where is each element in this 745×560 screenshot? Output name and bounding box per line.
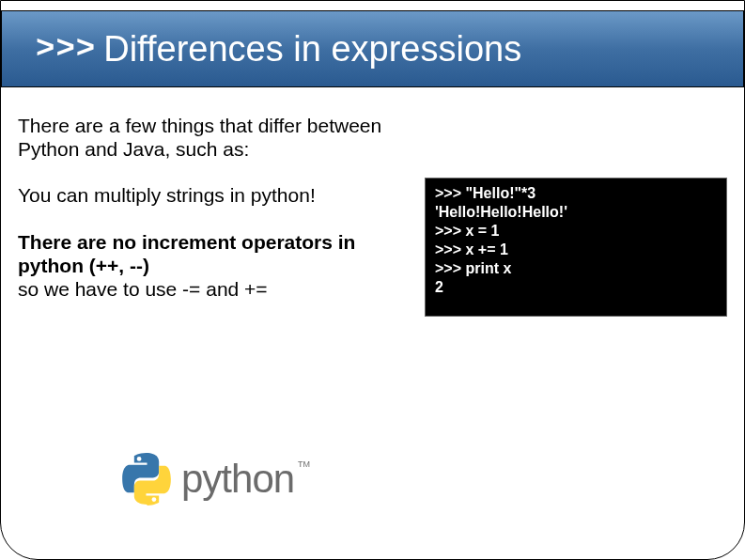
svg-point-1	[152, 497, 157, 502]
terminal-output: >>> "Hello!"*3 'Hello!Hello!Hello!' >>> …	[425, 178, 727, 317]
python-logo-icon	[119, 452, 174, 506]
title-text: Differences in expressions	[103, 29, 521, 70]
title-bar: >>> Differences in expressions	[1, 10, 744, 87]
svg-point-0	[137, 457, 142, 461]
increment-bold: There are no increment operators in pyth…	[18, 231, 355, 276]
python-logo-text: python	[181, 457, 294, 502]
increment-rest: so we have to use -= and +=	[18, 278, 268, 300]
paragraph-multiply: You can multiply strings in python!	[18, 183, 384, 207]
slide: >>> Differences in expressions There are…	[0, 0, 745, 560]
content-area: There are a few things that differ betwe…	[18, 114, 727, 540]
intro-text: There are a few things that differ betwe…	[18, 114, 384, 161]
python-logo: python TM	[119, 452, 310, 506]
trademark-symbol: TM	[298, 459, 310, 469]
paragraph-increment: There are no increment operators in pyth…	[18, 230, 403, 302]
title-prefix: >>>	[36, 31, 96, 67]
